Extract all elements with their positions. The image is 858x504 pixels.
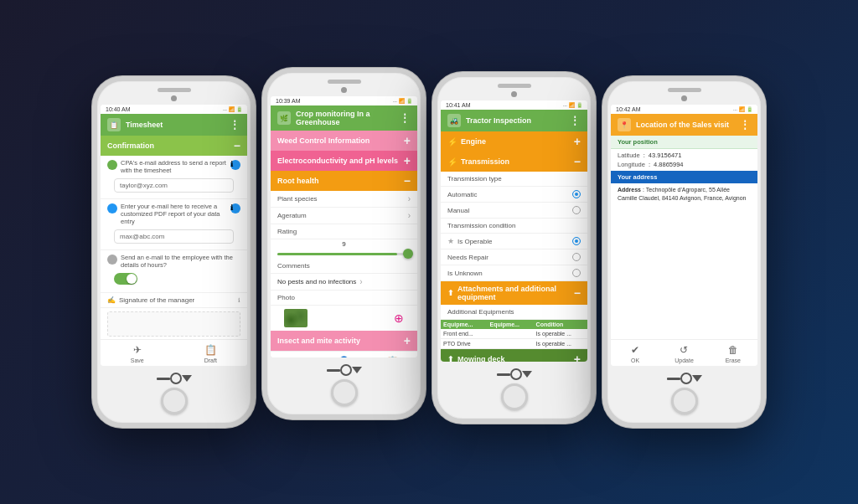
header-dots-1[interactable]: ⋮: [230, 119, 240, 131]
save-icon-2: ✈: [291, 356, 299, 357]
back-btn-4[interactable]: [667, 378, 680, 380]
back-btn-3[interactable]: [497, 373, 510, 376]
header-dots-4[interactable]: ⋮: [740, 119, 751, 131]
signature-area[interactable]: [107, 311, 240, 337]
your-address-header: Your address: [611, 171, 757, 183]
nav-bar-4: [659, 373, 711, 384]
is-operable-radio[interactable]: [572, 237, 581, 245]
conf-info-2[interactable]: ℹ: [230, 203, 240, 213]
conf-row-2: Enter your e-mail here to receive a cust…: [101, 199, 247, 250]
attachments-collapse[interactable]: −: [574, 286, 581, 300]
email-field-1[interactable]: taylor@xyz.com: [114, 178, 234, 193]
mowing-label: Mowing deck: [457, 355, 505, 362]
comments-value: No pests and no infections: [277, 278, 356, 285]
speaker-1: [158, 88, 191, 92]
home-circle-2[interactable]: [340, 364, 352, 376]
insect-header: Insect and mite activity +: [271, 331, 417, 351]
comments-row: Comments: [271, 259, 417, 274]
header-title-2: Crop monitoring In a Greenhouse: [296, 110, 400, 126]
is-unknown-radio[interactable]: [572, 269, 581, 277]
header-dots-2[interactable]: ⋮: [400, 112, 411, 124]
email-field-2[interactable]: max@abc.com: [114, 229, 234, 244]
nav-erase-4[interactable]: 🗑 Erase: [709, 344, 757, 363]
nav-save-2[interactable]: ✈ Save: [271, 356, 319, 357]
nav-ok-4[interactable]: ✔ OK: [611, 344, 659, 363]
insect-expand[interactable]: +: [404, 334, 411, 347]
automatic-radio[interactable]: [572, 190, 581, 198]
conf-info-1[interactable]: ℹ: [230, 160, 240, 170]
row2-col3: Is operable ...: [534, 339, 587, 349]
erase-label-4: Erase: [726, 357, 741, 363]
home-button-2[interactable]: [331, 379, 358, 406]
engine-expand[interactable]: +: [574, 135, 581, 148]
mowing-expand[interactable]: +: [574, 352, 581, 362]
manual-radio[interactable]: [572, 206, 581, 214]
is-operable-row[interactable]: ★ Is Operable: [441, 234, 587, 249]
engine-label: Engine: [461, 137, 486, 146]
home-circle-3[interactable]: [510, 368, 522, 380]
forward-btn-2[interactable]: [352, 367, 362, 373]
forward-btn-3[interactable]: [522, 371, 532, 378]
electro-expand[interactable]: +: [404, 154, 411, 167]
update-label-4: Update: [675, 357, 694, 363]
address-label: Address: [618, 187, 641, 193]
back-btn-1[interactable]: [157, 378, 170, 380]
table-row-1[interactable]: Front end... Is operable ...: [441, 329, 587, 339]
phone-1-bottom: [148, 366, 200, 423]
photo-add-icon[interactable]: ⊕: [394, 311, 404, 325]
is-unknown-row[interactable]: Is Unknown: [441, 265, 587, 281]
needs-repair-row[interactable]: Needs Repair: [441, 249, 587, 265]
conf-icon-blue: [107, 203, 117, 213]
forward-btn-1[interactable]: [182, 375, 192, 382]
row2-col1: PTO Drive: [441, 339, 488, 349]
ageratum-row[interactable]: Ageratum ›: [271, 208, 417, 224]
your-address-label: Your address: [618, 173, 657, 181]
time-3: 10:41 AM: [446, 102, 471, 108]
phone-3: 10:41 AM ··· 📶 🔋 🚜 Tractor Inspection ⋮ …: [432, 72, 596, 424]
table-row-2[interactable]: PTO Drive Is operable ...: [441, 339, 587, 349]
back-btn-2[interactable]: [327, 369, 340, 372]
send-email-toggle[interactable]: [114, 273, 137, 285]
engine-icon: ⚡: [447, 137, 457, 147]
bottom-nav-4: ✔ OK ↺ Update 🗑 Erase: [611, 339, 757, 366]
root-health-header: Root health −: [271, 171, 417, 191]
camera-2: [341, 87, 347, 93]
comments-value-row[interactable]: No pests and no infections ›: [271, 274, 417, 291]
header-dots-3[interactable]: ⋮: [570, 115, 581, 126]
transmission-collapse[interactable]: −: [574, 155, 581, 168]
plant-species-row[interactable]: Plant species ›: [271, 191, 417, 208]
home-button-4[interactable]: [671, 388, 698, 414]
slider-fill: [277, 253, 397, 255]
time-4: 10:42 AM: [616, 106, 641, 112]
confirmation-collapse[interactable]: −: [234, 139, 240, 152]
transmission-header: ⚡ Transmission −: [441, 152, 587, 172]
nav-bar-3: [488, 368, 540, 380]
needs-repair-radio[interactable]: [572, 253, 581, 261]
nav-update-4[interactable]: ↺ Update: [659, 344, 708, 363]
manual-row[interactable]: Manual: [441, 203, 587, 219]
rating-slider[interactable]: [277, 253, 411, 255]
root-collapse[interactable]: −: [404, 174, 411, 188]
save-label-1: Save: [131, 357, 144, 363]
weed-expand[interactable]: +: [404, 134, 411, 147]
photo-thumbnail[interactable]: [284, 309, 308, 327]
is-operable-label: Is Operable: [457, 238, 572, 245]
rating-row: Rating: [271, 224, 417, 239]
phone-4-top: [607, 81, 761, 105]
home-button-3[interactable]: [501, 383, 528, 410]
nav-save-1[interactable]: ✈ Save: [101, 344, 174, 363]
nav-draft-1[interactable]: 📋 Draft: [174, 344, 248, 363]
home-button-1[interactable]: [161, 388, 188, 414]
tractor-icon: 🚜: [447, 114, 461, 127]
forward-btn-4[interactable]: [692, 375, 702, 382]
screen-4: 10:42 AM ··· 📶 🔋 📍 Location of the Sales…: [611, 105, 757, 366]
nav-bar-1: [148, 373, 200, 384]
slider-thumb[interactable]: [403, 249, 413, 259]
engine-header: ⚡ Engine +: [441, 131, 587, 152]
home-circle-1[interactable]: [170, 373, 182, 384]
automatic-row[interactable]: Automatic: [441, 187, 587, 203]
speaker-2: [328, 80, 361, 84]
home-circle-4[interactable]: [680, 373, 692, 384]
nav-draft-2[interactable]: 📋 Draft: [369, 356, 417, 357]
longitude-label: Longitude: [618, 161, 645, 168]
